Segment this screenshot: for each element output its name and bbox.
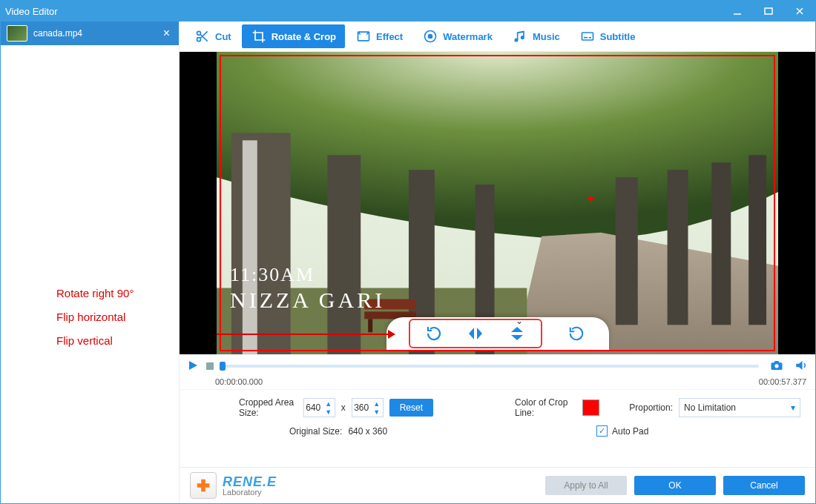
- tab-cut-label: Cut: [215, 31, 231, 42]
- sidebar: canada.mp4 × Rotate right 90° Flip horiz…: [1, 21, 180, 503]
- window-controls: [722, 1, 815, 21]
- flip-horizontal-button[interactable]: [465, 323, 486, 344]
- brand-line1: RENE.E: [223, 475, 277, 488]
- svg-rect-24: [711, 162, 731, 325]
- timeline-handle[interactable]: [220, 362, 226, 371]
- svg-point-5: [197, 38, 201, 42]
- window-title: Video Editor: [5, 6, 58, 17]
- tab-rotate-crop[interactable]: Rotate & Crop: [242, 24, 345, 48]
- crop-height-down[interactable]: ▼: [371, 408, 383, 416]
- svg-rect-23: [668, 170, 688, 325]
- svg-rect-17: [231, 133, 291, 354]
- file-tab[interactable]: canada.mp4 ×: [1, 21, 179, 45]
- transport-bar: [180, 354, 815, 377]
- subtitle-icon: [579, 28, 596, 44]
- original-size-value: 640 x 360: [348, 426, 387, 437]
- file-thumbnail: [7, 25, 27, 42]
- volume-button[interactable]: [794, 359, 808, 374]
- letterbox-right: [778, 52, 815, 354]
- rotate-right-button[interactable]: [424, 323, 444, 344]
- tab-music[interactable]: Music: [503, 24, 569, 48]
- annotation-fliph: Flip horizontal: [56, 311, 125, 323]
- svg-marker-36: [796, 361, 802, 370]
- minimize-button[interactable]: [722, 1, 753, 21]
- cropped-size-label: Cropped Area Size:: [239, 397, 297, 418]
- video-preview[interactable]: + 11:30AM NIZZA GARI ⌄: [180, 52, 815, 354]
- snapshot-button[interactable]: [769, 359, 784, 374]
- maximize-button[interactable]: [753, 1, 784, 21]
- svg-rect-25: [748, 155, 766, 325]
- svg-marker-32: [511, 327, 523, 332]
- crop-width-value: 640: [304, 402, 323, 413]
- svg-rect-22: [616, 177, 638, 325]
- file-name: canada.mp4: [33, 28, 160, 39]
- crop-height-up[interactable]: ▲: [371, 399, 383, 408]
- chevron-down-icon: ▾: [791, 402, 795, 413]
- reset-button[interactable]: Reset: [389, 399, 433, 417]
- file-close-icon[interactable]: ×: [160, 27, 173, 40]
- tab-effect[interactable]: Effect: [346, 24, 412, 48]
- scissors-icon: [194, 28, 211, 44]
- crop-width-down[interactable]: ▼: [323, 408, 335, 416]
- tab-subtitle[interactable]: Subtitle: [570, 24, 645, 48]
- video-overlay-text: 11:30AM NIZZA GARI: [230, 264, 385, 313]
- letterbox-left: [180, 52, 217, 354]
- watermark-icon: [422, 28, 438, 44]
- time-current: 00:00:00.000: [215, 377, 274, 386]
- crop-icon: [251, 28, 267, 44]
- window: Video Editor canada.mp4 × Rotate right 9…: [0, 0, 816, 504]
- proportion-value: No Limitation: [684, 402, 736, 413]
- svg-marker-34: [189, 361, 197, 370]
- tab-watermark-label: Watermark: [443, 31, 493, 42]
- crop-width-input[interactable]: 640 ▲▼: [303, 398, 335, 417]
- video-canvas[interactable]: + 11:30AM NIZZA GARI ⌄: [217, 52, 778, 354]
- rotate-flip-toolbar: ⌄: [386, 317, 609, 350]
- tab-cut[interactable]: Cut: [185, 24, 240, 48]
- svg-rect-19: [327, 155, 361, 354]
- overlay-time: 11:30AM: [230, 264, 385, 286]
- time-total: 00:00:57.377: [747, 377, 806, 386]
- overlay-place: NIZZA GARI: [230, 288, 385, 313]
- svg-marker-33: [511, 335, 523, 340]
- crop-settings: Cropped Area Size: 640 ▲▼ x 360 ▲▼ Reset: [180, 389, 815, 467]
- crop-x-label: x: [341, 402, 346, 413]
- logo-icon: [190, 472, 217, 499]
- annotation-flipv: Flip vertical: [56, 334, 113, 347]
- svg-rect-11: [582, 33, 593, 40]
- toolbar-caret-icon[interactable]: ⌄: [516, 316, 523, 326]
- tab-effect-label: Effect: [376, 31, 403, 42]
- svg-rect-18: [243, 140, 257, 354]
- crop-width-up[interactable]: ▲: [323, 399, 335, 408]
- annotation-arrow: [217, 334, 394, 335]
- svg-marker-30: [469, 328, 474, 339]
- svg-point-35: [774, 364, 778, 368]
- flip-vertical-button[interactable]: [507, 323, 527, 344]
- titlebar[interactable]: Video Editor: [1, 1, 815, 21]
- proportion-select[interactable]: No Limitation ▾: [679, 398, 800, 417]
- music-icon: [512, 28, 528, 44]
- time-labels: 00:00:00.000 00:00:57.377: [180, 377, 815, 389]
- close-button[interactable]: [784, 1, 815, 21]
- svg-rect-28: [368, 319, 372, 332]
- ok-button[interactable]: OK: [634, 476, 716, 495]
- cancel-button[interactable]: Cancel: [723, 476, 805, 495]
- crop-color-label: Color of Crop Line:: [515, 397, 576, 418]
- reset-rotation-button[interactable]: [566, 323, 587, 344]
- stop-button[interactable]: [206, 362, 214, 370]
- play-button[interactable]: [187, 359, 199, 374]
- proportion-label: Proportion:: [629, 402, 673, 413]
- footer: RENE.E Laboratory Apply to All OK Cancel: [180, 467, 815, 503]
- timeline-slider[interactable]: [220, 365, 759, 368]
- auto-pad-checkbox[interactable]: ✓ Auto Pad: [596, 425, 648, 437]
- crop-height-input[interactable]: 360 ▲▼: [352, 398, 384, 417]
- toolbar-tabs: Cut Rotate & Crop Effect Watermark Music: [180, 21, 815, 52]
- brand-line2: Laboratory: [223, 488, 277, 497]
- svg-marker-31: [477, 328, 482, 339]
- main-area: Cut Rotate & Crop Effect Watermark Music: [180, 21, 815, 503]
- svg-rect-1: [765, 8, 772, 14]
- tab-watermark[interactable]: Watermark: [413, 24, 501, 48]
- apply-all-button[interactable]: Apply to All: [545, 476, 627, 495]
- annotation-rotate: Rotate right 90°: [56, 287, 134, 299]
- crop-color-swatch[interactable]: [582, 399, 599, 416]
- svg-point-10: [429, 35, 432, 39]
